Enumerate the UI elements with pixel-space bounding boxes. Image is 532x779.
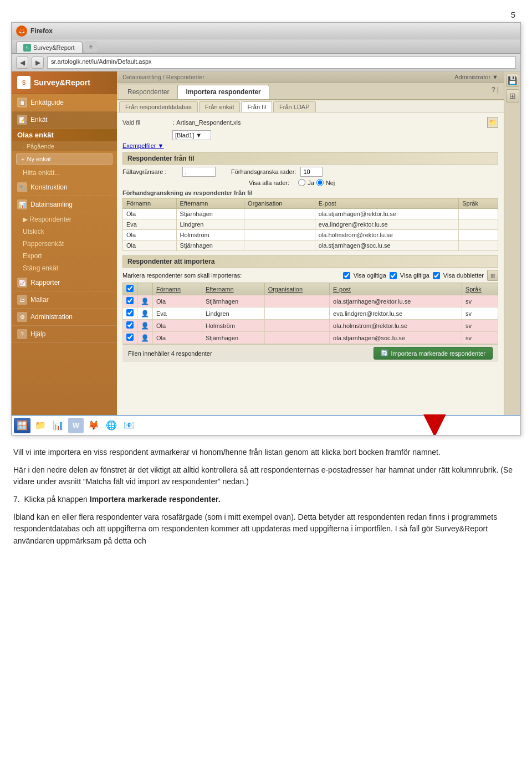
sub-tab-fran-fil[interactable]: Från fil [241,101,272,112]
new-tab-button[interactable]: + [85,41,97,52]
sidebar-item-pappersenkät[interactable]: Pappersenkät [12,238,117,250]
ny-enkat-label: Ny enkät [27,156,50,162]
windows-start-button[interactable]: 🪟 [14,418,30,433]
taskbar-icon-outlook[interactable]: 📧 [121,418,137,433]
logo-icon: S [17,76,30,89]
visa-dubbletter-checkbox[interactable] [433,272,440,279]
import-table: Förnamn Efternamn Organisation E-post Sp… [122,283,498,344]
ny-enkat-btn[interactable]: + Ny enkät [16,153,112,165]
admin-label[interactable]: Administrator ▼ [454,74,498,80]
sidebar-item-hjalp[interactable]: ? Hjälp [12,326,117,343]
check-all-checkbox[interactable] [126,285,134,292]
sidebar-item-stang-enkat[interactable]: Stäng enkät [12,262,117,274]
sheet-chevron: ▼ [196,132,202,139]
sidebar-item-datainsamling[interactable]: 📊 Datainsamling [12,196,117,213]
browser-tab-survey[interactable]: S Survey&Report [16,42,83,53]
page-number: 5 [511,10,515,19]
preview-cell-sprak [459,230,498,240]
sidebar-item-label-administration: Administration [30,313,73,321]
preview-row-2: Ola Holmström ola.holmstrom@rektor.lu.se [123,230,498,240]
markera-label: Markera respondenter som skall importera… [122,272,242,279]
markera-row: Markera respondenter som skall importera… [122,270,498,281]
visa-ja-radio[interactable] [298,179,305,186]
import-row-checkbox[interactable] [126,321,134,329]
help-icon[interactable]: ? | [489,83,502,99]
sidebar-item-label-enkatguide: Enkätguide [30,99,64,106]
file-browse-btn[interactable]: 📁 [487,117,498,128]
vald-fil-label: Vald fil [122,119,172,126]
right-toolbar: 💾 ⊞ [504,71,520,415]
preview-cell-email: ola.holmstrom@rektor.lu.se [315,230,458,240]
forhand-label: Förhandsgranska rader: [231,168,296,175]
sub-tab-fran-ldap[interactable]: Från LDAP [273,101,315,112]
import-btn-icon: 🔄 [381,350,388,357]
import-toolbar-btn[interactable]: ⊞ [487,270,498,281]
tab-respondenter[interactable]: Respondenter [119,85,177,99]
import-cell-email: ola.stjarnhagen@rektor.lu.se [330,295,462,308]
sidebar-item-enkatguide[interactable]: 📋 Enkätguide [12,94,117,111]
address-bar[interactable]: sr.artologik.net/lu/Admin/Default.aspx [47,57,516,69]
sheet-value: [Blad1] [175,132,194,139]
taskbar-icon-firefox[interactable]: 🦊 [86,418,101,433]
taskbar-icon-folder[interactable]: 📁 [33,418,48,433]
sidebar-item-administration[interactable]: ⚙ Administration [12,309,117,326]
ny-enkat-icon: + [21,156,24,162]
import-cell-email: ola.stjarnhagen@soc.lu.se [330,332,462,344]
sidebar-item-label-datainsamling: Datainsamling [30,201,73,208]
import-cell-fornamn: Ola [153,320,202,332]
preview-cell-email: eva.lindgren@rektor.lu.se [315,219,458,230]
sidebar-item-respondenter[interactable]: ▶ Respondenter [12,213,117,226]
import-cell-email: eva.lindgren@rektor.lu.se [330,308,462,320]
olas-enkat-subheader: - Pågående [12,141,117,151]
import-col-check [123,283,137,295]
import-row-icon-cell: 👤 [137,320,153,332]
forhand-input[interactable] [300,167,323,177]
import-row-icon-cell: 👤 [137,308,153,320]
back-button[interactable]: ◀ [16,57,28,69]
toolbar-btn-1[interactable]: 💾 [506,74,519,87]
import-row-checkbox-cell [123,295,137,308]
sidebar-item-mallar[interactable]: 🗂 Mallar [12,291,117,309]
preview-cell-org [244,230,315,240]
sidebar-item-export[interactable]: Export [12,250,117,262]
import-row-checkbox[interactable] [126,309,134,316]
sidebar-item-rapporter[interactable]: 📈 Rapporter [12,274,117,291]
visa-giltiga-checkbox[interactable] [390,272,397,279]
breadcrumb-text: Datainsamling / Respondenter : [122,74,208,80]
forward-button[interactable]: ▶ [32,57,44,69]
import-row-checkbox[interactable] [126,297,134,304]
sub-tab-fran-respondentdatabas[interactable]: Från respondentdatabas [119,101,198,112]
firefox-titlebar: 🦊 Firefox [12,23,520,39]
import-col-icon [137,283,153,295]
taskbar-icon-excel[interactable]: 📊 [50,418,66,433]
sub-tab-fran-enkat[interactable]: Från enkät [199,101,241,112]
sidebar-item-utskick[interactable]: Utskick [12,226,117,238]
paragraph-3-bold: Importera markerade respondenter. [90,495,221,504]
exemplifier-link[interactable]: Exempelfiler ▼ [122,142,163,149]
falt-select[interactable]: ; [182,167,216,177]
visa-alla-label: Visa alla rader: [249,180,289,186]
import-markerade-btn[interactable]: 🔄 Importera markerade respondenter [374,347,493,360]
import-cell-sprak: sv [462,308,498,320]
vald-fil-colon: : [172,119,174,126]
tab-importera-respondenter[interactable]: Importera respondenter [177,85,269,99]
taskbar-icon-word[interactable]: W [68,418,84,433]
visa-radio-group: Ja Nej [298,179,335,186]
visa-ogiltiga-checkbox[interactable] [343,272,350,279]
sidebar-item-konstruktion[interactable]: 🔧 Konstruktion [12,179,117,196]
sheet-dropdown[interactable]: [Blad1] ▼ [172,130,211,140]
main-tabs: Respondenter Importera respondenter ? | [117,83,504,100]
sidebar-item-label-rapporter: Rapporter [30,279,60,286]
import-btn-label: Importera markerade respondenter [391,350,485,357]
import-row-checkbox[interactable] [126,334,134,341]
visa-nej-radio[interactable] [316,179,324,186]
toolbar-btn-2[interactable]: ⊞ [506,89,519,102]
hitta-enkat-item[interactable]: Hitta enkät... [12,167,117,179]
visa-nej-label: Nej [326,180,335,186]
firefox-title-text: Firefox [30,27,53,35]
import-section-title: Respondenter att importera [122,255,498,268]
sidebar-item-enkat[interactable]: 📝 Enkät [12,111,117,129]
import-col-epost: E-post [330,283,462,295]
visa-ogiltiga-label: Visa ogiltiga [354,272,386,279]
taskbar-icon-ie[interactable]: 🌐 [104,418,119,433]
